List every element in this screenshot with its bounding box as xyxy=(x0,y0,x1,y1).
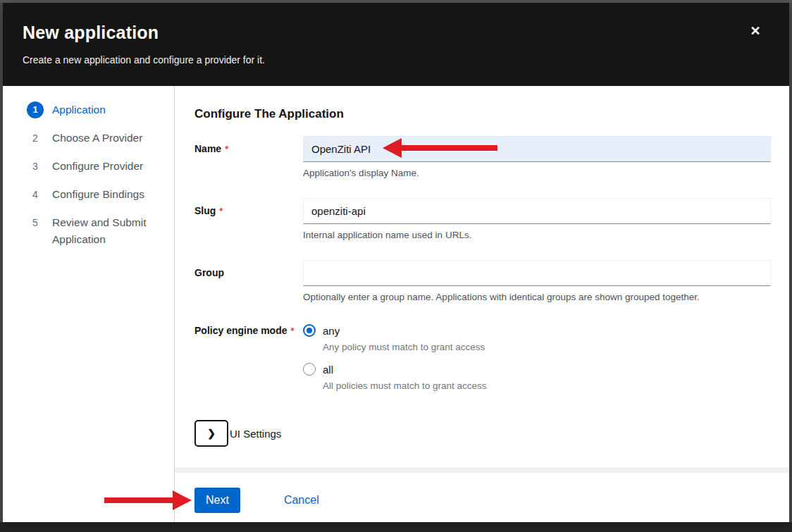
radio-any-label[interactable]: any xyxy=(323,325,340,337)
step-label: Configure Bindings xyxy=(52,186,144,203)
wizard-step-choose-provider[interactable]: 2 Choose A Provider xyxy=(27,130,164,147)
step-label: Configure Provider xyxy=(52,158,143,175)
name-helper-text: Application's display Name. xyxy=(303,167,771,179)
radio-all-label[interactable]: all xyxy=(323,364,333,376)
wizard-step-application[interactable]: 1 Application xyxy=(27,101,164,118)
close-icon[interactable]: ✕ xyxy=(747,23,764,39)
step-label: Choose A Provider xyxy=(52,130,142,147)
page-backdrop-bottom xyxy=(0,522,792,532)
policy-mode-all-option[interactable]: all xyxy=(303,363,771,376)
step-number-badge: 2 xyxy=(27,130,44,147)
wizard-step-nav: 1 Application 2 Choose A Provider 3 Conf… xyxy=(3,86,175,522)
new-application-modal: New application Create a new application… xyxy=(3,3,789,522)
name-form-row: Name* Application's display Name. xyxy=(194,136,771,179)
wizard-step-review-submit[interactable]: 5 Review and Submit Application xyxy=(27,214,164,248)
policy-engine-mode-row: Policy engine mode* any Any policy must … xyxy=(194,324,771,402)
policy-mode-any-option[interactable]: any xyxy=(303,324,771,337)
step-number-badge: 1 xyxy=(27,101,44,118)
step-content: Configure The Application Name* Applicat… xyxy=(175,86,789,467)
step-number-badge: 5 xyxy=(27,214,44,231)
name-input[interactable] xyxy=(303,136,771,162)
required-indicator: * xyxy=(290,326,294,336)
step-heading: Configure The Application xyxy=(194,107,771,121)
wizard-main-column: Configure The Application Name* Applicat… xyxy=(175,86,789,522)
name-label: Name* xyxy=(194,136,303,179)
cancel-link[interactable]: Cancel xyxy=(284,488,319,507)
radio-all-unselected[interactable] xyxy=(303,363,316,376)
group-label: Group xyxy=(194,260,303,303)
group-form-row: Group Optionally enter a group name. App… xyxy=(194,260,771,303)
step-number-badge: 3 xyxy=(27,158,44,175)
group-helper-text: Optionally enter a group name. Applicati… xyxy=(303,291,771,303)
step-label: Application xyxy=(52,101,106,118)
modal-subtitle: Create a new application and configure a… xyxy=(23,54,747,66)
slug-label: Slug* xyxy=(194,198,303,241)
footer-separator xyxy=(175,467,789,473)
policy-engine-mode-label: Policy engine mode* xyxy=(194,324,303,402)
modal-header: New application Create a new application… xyxy=(3,3,789,86)
required-indicator: * xyxy=(225,144,228,154)
ui-settings-expand-button[interactable]: ❯ xyxy=(194,420,228,447)
modal-footer: Next Cancel xyxy=(175,473,789,522)
slug-form-row: Slug* Internal application name used in … xyxy=(194,198,771,241)
slug-input[interactable] xyxy=(303,198,771,224)
radio-any-helper-text: Any policy must match to grant access xyxy=(323,341,771,353)
next-button[interactable]: Next xyxy=(194,488,240,513)
ui-settings-label: UI Settings xyxy=(230,428,281,440)
step-number-badge: 4 xyxy=(27,186,44,203)
step-label: Review and Submit Application xyxy=(52,214,164,248)
chevron-right-icon: ❯ xyxy=(207,428,216,439)
wizard-step-configure-provider[interactable]: 3 Configure Provider xyxy=(27,158,164,175)
radio-all-helper-text: All policies must match to grant access xyxy=(323,380,771,392)
radio-any-selected[interactable] xyxy=(303,324,316,337)
wizard-step-configure-bindings[interactable]: 4 Configure Bindings xyxy=(27,186,164,203)
required-indicator: * xyxy=(219,206,223,216)
slug-helper-text: Internal application name used in URLs. xyxy=(303,229,771,241)
group-input[interactable] xyxy=(303,260,771,286)
modal-title: New application xyxy=(23,22,747,43)
ui-settings-section: ❯ UI Settings xyxy=(194,420,771,447)
modal-body: 1 Application 2 Choose A Provider 3 Conf… xyxy=(3,86,789,522)
